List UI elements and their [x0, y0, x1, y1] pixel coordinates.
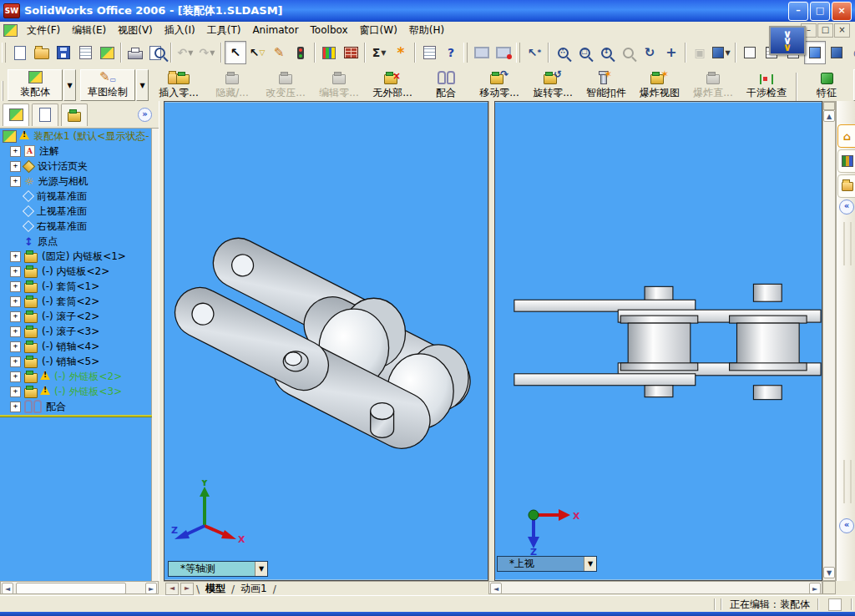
tree-item[interactable]: +(-) 滚子<2>: [0, 309, 152, 324]
assembly-button-interference[interactable]: 干涉检查: [740, 68, 793, 101]
menu-item-帮助H[interactable]: 帮助(H): [403, 23, 450, 38]
toolbar-grip[interactable]: [2, 43, 6, 63]
menu-item-文件F[interactable]: 文件(F): [21, 23, 66, 38]
right-scroll-right-button[interactable]: ►: [809, 583, 821, 594]
view-orientation-left-dropdown[interactable]: ▼: [255, 562, 267, 576]
view-orientation-right-dropdown[interactable]: ▼: [584, 557, 596, 571]
tree-item[interactable]: +(-) 销轴<5>: [0, 354, 152, 369]
make-drawing-icon[interactable]: [74, 41, 96, 64]
tree-scroll-left-button[interactable]: ◄: [2, 583, 13, 594]
tree-item[interactable]: 上视基准面: [0, 204, 152, 219]
menu-item-窗口W[interactable]: 窗口(W): [354, 23, 403, 38]
file-explorer-tab[interactable]: [837, 174, 855, 198]
tree-expand-box[interactable]: +: [10, 251, 21, 262]
redo-icon[interactable]: ↷▼: [196, 41, 218, 64]
doc-tab-模型[interactable]: 模型: [202, 582, 229, 596]
right-horizontal-scrollbar[interactable]: ◄ ►: [488, 581, 822, 594]
tree-expand-box[interactable]: +: [10, 176, 21, 187]
tree-expand-box[interactable]: +: [10, 401, 21, 412]
feature-statistics-icon[interactable]: *: [390, 41, 412, 64]
toolbar-grip[interactable]: [516, 43, 520, 63]
tree-expand-box[interactable]: +: [10, 296, 21, 307]
mdi-restore-button[interactable]: □: [817, 23, 833, 38]
propertymanager-tab[interactable]: [32, 104, 58, 126]
print-preview-icon[interactable]: [146, 41, 168, 64]
close-button[interactable]: ×: [832, 2, 852, 21]
zoom-selection-icon[interactable]: [617, 41, 639, 64]
tree-item[interactable]: +(-) 销轴<4>: [0, 339, 152, 354]
assembly-button-exploded-view[interactable]: ✶爆炸视图: [633, 68, 686, 101]
tree-root-item[interactable]: 装配体1 (默认<显示状态-: [0, 129, 152, 144]
assembly-dropdown-button[interactable]: ▼: [63, 69, 76, 101]
top-view-viewport[interactable]: X Z *上视 ▼: [494, 101, 822, 581]
assembly-button-smart-fasteners[interactable]: ✶智能扣件: [579, 68, 633, 101]
tree-item[interactable]: +(-) 外链板<3>: [0, 384, 152, 399]
tree-scroll-right-button[interactable]: ►: [145, 583, 157, 594]
section-view-icon[interactable]: ◑: [847, 41, 855, 64]
tree-item[interactable]: +☼光源与相机: [0, 174, 152, 189]
tree-scroll-thumb[interactable]: [16, 583, 126, 594]
featuremanager-tab[interactable]: [3, 104, 29, 126]
assembly-button-assembly[interactable]: 装配体: [8, 69, 63, 101]
fly-select-icon[interactable]: ↖*: [524, 41, 545, 64]
sketch-icon[interactable]: ✎: [268, 41, 290, 64]
assembly-button-sketch-pencil[interactable]: ✎▭草图绘制: [80, 69, 135, 101]
select-filter-icon[interactable]: ↖▽: [246, 41, 268, 64]
tree-item[interactable]: ↕原点: [0, 234, 152, 249]
new-document-icon[interactable]: [9, 41, 31, 64]
menu-item-Toolbox[interactable]: Toolbox: [305, 23, 354, 38]
minimize-button[interactable]: –: [788, 2, 808, 21]
tree-item[interactable]: +(固定) 内链板<1>: [0, 249, 152, 264]
right-scroll-left-button[interactable]: ◄: [490, 583, 502, 594]
texture-icon[interactable]: [340, 41, 362, 64]
shadows-icon[interactable]: [826, 41, 847, 64]
print-icon[interactable]: [124, 41, 146, 64]
tree-expand-box[interactable]: +: [10, 281, 21, 292]
undo-icon[interactable]: ↶▼: [175, 41, 196, 64]
sketch-pencil-dropdown-button[interactable]: ▼: [136, 69, 149, 101]
task-pane-collapse-button[interactable]: «: [839, 199, 854, 215]
tree-vertical-scrollbar[interactable]: [151, 129, 159, 581]
toolbar-grip[interactable]: [463, 43, 468, 63]
isometric-viewport[interactable]: Y X Z *等轴测 ▼: [164, 101, 488, 581]
menu-item-视图V[interactable]: 视图(V): [112, 23, 159, 38]
zoom-in-out-icon[interactable]: ↕: [595, 41, 617, 64]
scroll-up-button[interactable]: ▲: [823, 110, 835, 122]
assembly-button-no-external[interactable]: ×无外部...: [366, 68, 419, 101]
properties-list-icon[interactable]: [418, 41, 440, 64]
tree-item[interactable]: 前视基准面: [0, 189, 152, 204]
make-assembly-icon[interactable]: [96, 41, 118, 64]
menu-item-Animator[interactable]: Animator: [246, 23, 304, 38]
traffic-light-icon[interactable]: [290, 41, 311, 64]
view-orientation-right[interactable]: *上视 ▼: [497, 556, 597, 572]
tab-scroll-left-button[interactable]: ◄: [165, 583, 179, 595]
viewport-display-icon[interactable]: [493, 41, 514, 64]
task-pane-grip[interactable]: [843, 222, 852, 265]
standard-views-icon[interactable]: ▼: [711, 41, 732, 64]
task-pane-grip-2[interactable]: [843, 460, 852, 503]
open-icon[interactable]: [31, 41, 53, 64]
solidworks-resources-tab[interactable]: ⌂: [837, 124, 855, 148]
fullscreen-icon[interactable]: [471, 41, 493, 64]
save-icon[interactable]: [53, 41, 74, 64]
tree-expand-box[interactable]: +: [10, 146, 21, 157]
zoom-area-icon[interactable]: □: [574, 41, 595, 64]
tree-item[interactable]: 右视基准面: [0, 219, 152, 234]
menu-item-插入I[interactable]: 插入(I): [159, 23, 201, 38]
task-pane-collapse-button-2[interactable]: «: [839, 518, 854, 533]
rotate-view-icon[interactable]: ↻: [639, 41, 660, 64]
tree-horizontal-scrollbar[interactable]: ◄ ►: [0, 581, 159, 594]
tree-item[interactable]: +(-) 内链板<2>: [0, 264, 152, 279]
tree-expand-box[interactable]: +: [10, 356, 21, 367]
tree-expand-box[interactable]: +: [10, 311, 21, 322]
mdi-close-button[interactable]: ×: [834, 23, 850, 38]
tree-expand-box[interactable]: +: [10, 326, 21, 337]
menu-item-编辑E[interactable]: 编辑(E): [66, 23, 112, 38]
panel-expand-chevron[interactable]: »: [138, 108, 152, 122]
assembly-button-mate[interactable]: 配合: [419, 68, 473, 101]
assembly-button-features[interactable]: 特征: [800, 68, 853, 101]
assembly-button-move-component[interactable]: ↷移动零...: [473, 68, 526, 101]
tree-expand-box[interactable]: +: [10, 371, 21, 382]
measure-icon[interactable]: Σ▼: [368, 41, 390, 64]
scrollbar-split-box[interactable]: [823, 102, 835, 110]
